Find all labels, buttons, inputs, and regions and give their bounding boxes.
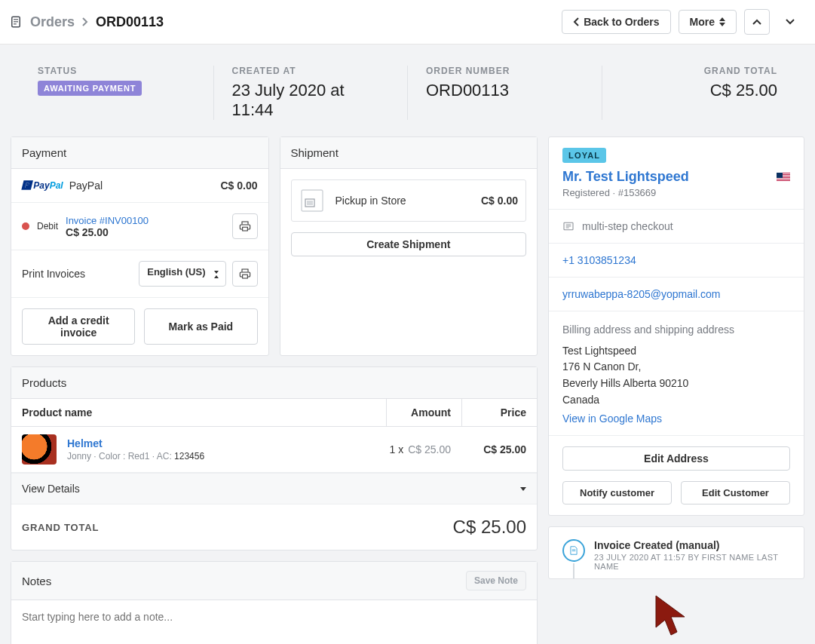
grand-total-value-2: C$ 25.00 [453, 517, 526, 538]
breadcrumb: Orders ORD00113 [9, 14, 164, 30]
notify-label: Notify customer [580, 487, 654, 498]
svg-rect-4 [302, 190, 323, 211]
chevron-down-icon [786, 19, 795, 25]
summary-created: CREATED AT 23 July 2020 at 11:44 [213, 66, 408, 120]
notify-customer-button[interactable]: Notify customer [562, 481, 672, 504]
mark-paid-label: Mark as Paid [169, 320, 234, 333]
created-value: 23 July 2020 at 11:44 [232, 81, 390, 120]
sort-icon [719, 17, 725, 26]
prev-record-button[interactable] [744, 9, 770, 35]
invoice-event-icon [562, 539, 585, 562]
status-dot-icon [22, 222, 29, 230]
customer-card: LOYAL Mr. Test Lightspeed Registered · #… [548, 136, 804, 516]
next-record-button[interactable] [777, 9, 803, 35]
payment-card: Payment 🅿 PayPal PayPal C$ 0.00 Debit In… [11, 136, 269, 356]
edit-customer-button[interactable]: Edit Customer [681, 481, 790, 504]
add-credit-label: Add a credit invoice [33, 314, 124, 339]
print-invoice-button[interactable] [232, 213, 258, 239]
shipment-method-row: Pickup in Store C$ 0.00 [291, 179, 527, 222]
mark-as-paid-button[interactable]: Mark as Paid [144, 308, 257, 345]
invoice-link[interactable]: Invoice #INV00100 [66, 215, 149, 226]
language-select[interactable]: English (US) [139, 261, 225, 287]
paypal-amount: C$ 0.00 [220, 179, 257, 192]
customer-email[interactable]: yrruwabeppa-8205@yopmail.com [562, 288, 721, 300]
timeline-event-sub: 23 JULY 2020 AT 11:57 BY FIRST NAME LAST… [594, 553, 790, 571]
shipment-card: Shipment Pickup in Store C$ 0.00 Create … [280, 136, 538, 356]
printer-icon [239, 220, 251, 232]
amount-cell: 1 x C$ 25.00 [397, 443, 451, 455]
grand-total-row: GRAND TOTAL C$ 25.00 [11, 504, 537, 550]
notes-title: Notes [22, 575, 51, 587]
payment-paypal-row: 🅿 PayPal PayPal C$ 0.00 [11, 169, 268, 203]
summary-strip: STATUS AWAITING PAYMENT CREATED AT 23 Ju… [0, 44, 815, 136]
grand-total-label: GRAND TOTAL [620, 66, 778, 76]
loyal-badge: LOYAL [562, 148, 606, 163]
svg-rect-2 [14, 21, 18, 22]
more-button[interactable]: More [679, 10, 737, 34]
barcode-icon [299, 188, 325, 213]
grand-total-value: C$ 25.00 [620, 81, 778, 100]
status-label: STATUS [38, 66, 195, 76]
address-country: Canada [562, 392, 790, 409]
customer-name-link[interactable]: Mr. Test Lightspeed [562, 169, 689, 185]
products-table-header: Product name Amount Price [11, 399, 537, 427]
create-shipment-button[interactable]: Create Shipment [291, 232, 527, 256]
grand-total-label-2: GRAND TOTAL [22, 522, 99, 533]
edit-address-button[interactable]: Edit Address [562, 446, 790, 471]
breadcrumb-current: ORD00113 [96, 14, 164, 30]
address-block: Billing address and shipping address Tes… [549, 311, 804, 435]
products-card: Products Product name Amount Price Helme… [11, 366, 538, 550]
print-all-button[interactable] [232, 261, 258, 287]
print-invoices-label: Print Invoices [22, 268, 85, 280]
breadcrumb-orders[interactable]: Orders [30, 14, 75, 30]
col-price: Price [461, 399, 537, 426]
svg-rect-3 [14, 23, 17, 24]
debit-label: Debit [37, 221, 58, 232]
view-details-toggle[interactable]: View Details [11, 473, 537, 504]
chevron-up-icon [752, 19, 761, 25]
print-invoices-row: Print Invoices English (US) [11, 250, 268, 298]
order-no-label: ORDER NUMBER [426, 66, 584, 76]
chevron-left-icon [573, 17, 579, 26]
product-name-link[interactable]: Helmet [67, 437, 103, 449]
printer-icon [239, 268, 251, 280]
order-no-value: ORD00113 [426, 81, 584, 100]
us-flag-icon [777, 173, 790, 182]
timeline-card: Invoice Created (manual) 23 JULY 2020 AT… [548, 526, 804, 579]
save-note-button[interactable]: Save Note [466, 571, 526, 590]
address-line2: Beverly Hills Alberta 90210 [562, 376, 790, 392]
topbar-actions: Back to Orders More [562, 9, 803, 35]
paypal-label: PayPal [69, 179, 103, 192]
more-label: More [690, 16, 715, 28]
google-maps-link[interactable]: View in Google Maps [562, 412, 662, 425]
timeline-event-title: Invoice Created (manual) [594, 539, 790, 551]
table-row: Helmet Jonny · Color : Red1 · AC: 123456… [11, 427, 537, 473]
back-to-orders-button[interactable]: Back to Orders [562, 10, 670, 34]
line-price: C$ 25.00 [461, 436, 537, 463]
invoice-amount: C$ 25.00 [66, 226, 224, 238]
customer-phone[interactable]: +1 3103851234 [562, 254, 636, 266]
shipment-title: Shipment [280, 137, 538, 169]
product-subline: Jonny · Color : Red1 · AC: 123456 [67, 451, 204, 462]
summary-grand-total: GRAND TOTAL C$ 25.00 [602, 66, 816, 120]
shipment-amount: C$ 0.00 [481, 195, 518, 207]
col-amount: Amount [386, 399, 461, 426]
caret-down-icon [520, 487, 526, 491]
language-selected: English (US) [147, 266, 205, 278]
add-credit-invoice-button[interactable]: Add a credit invoice [22, 308, 135, 345]
summary-status: STATUS AWAITING PAYMENT [0, 66, 213, 120]
shipment-method: Pickup in Store [335, 195, 406, 207]
col-product-name: Product name [11, 399, 386, 426]
address-label: Billing address and shipping address [562, 322, 790, 339]
chevron-right-icon [82, 17, 88, 26]
payment-debit-row: Debit Invoice #INV00100 C$ 25.00 [11, 203, 268, 250]
notes-card: Notes Save Note [11, 561, 538, 644]
back-label: Back to Orders [584, 16, 659, 28]
paypal-icon: 🅿 PayPal [22, 180, 63, 191]
summary-order-number: ORDER NUMBER ORD00113 [407, 66, 602, 120]
notes-textarea[interactable] [11, 600, 537, 644]
checkout-type: multi-step checkout [549, 209, 804, 243]
customer-subline: Registered · #153669 [562, 187, 790, 198]
svg-rect-1 [14, 19, 18, 20]
product-thumbnail [22, 434, 57, 465]
